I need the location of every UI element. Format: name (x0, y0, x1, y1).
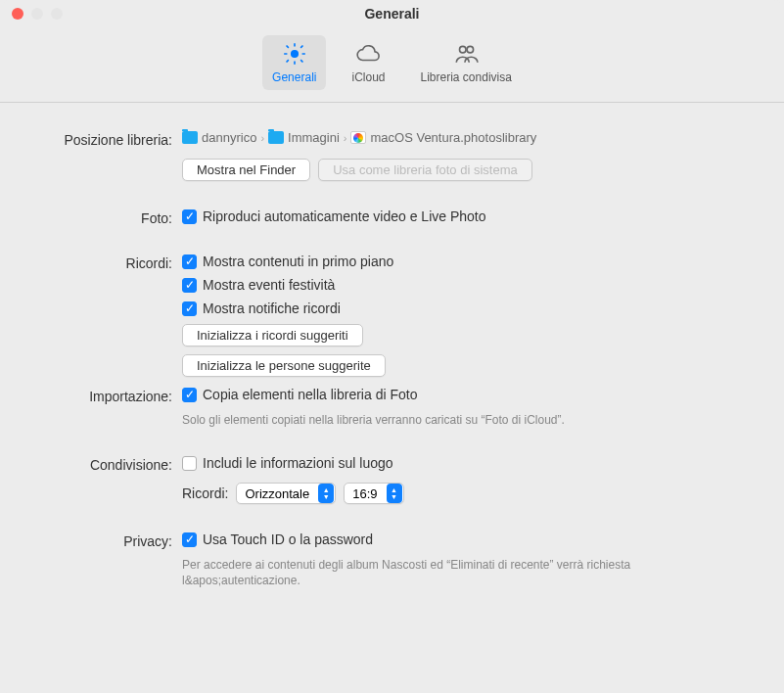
import-row: Importazione: Copia elementi nella libre… (35, 387, 749, 428)
aspect-ratio-select[interactable]: 16:9 ▲▼ (344, 483, 403, 504)
use-touchid-checkbox[interactable] (182, 532, 197, 547)
content-area: Posizione libreria: dannyrico › Immagini… (0, 103, 784, 619)
sharing-label: Condivisione: (35, 455, 182, 473)
svg-point-0 (292, 51, 299, 58)
reset-suggested-people-button[interactable]: Inizializza le persone suggerite (182, 354, 386, 377)
show-featured-label: Mostra contenuti in primo piano (203, 254, 393, 269)
autoplay-label: Riproduci automaticamente video e Live P… (203, 208, 486, 224)
breadcrumb-item-pictures[interactable]: Immagini (268, 130, 340, 145)
toolbar: Generali iCloud Libreria condivisa (0, 27, 784, 103)
photos-label: Foto: (35, 208, 182, 226)
breadcrumb-pictures-label: Immagini (288, 130, 340, 145)
autoplay-checkbox[interactable] (182, 209, 197, 224)
orientation-value: Orizzontale (237, 486, 317, 501)
sharing-row: Condivisione: Includi le informazioni su… (35, 455, 749, 504)
privacy-row: Privacy: Usa Touch ID o la password Per … (35, 531, 749, 588)
library-breadcrumb: dannyrico › Immagini › macOS Ventura.pho… (182, 130, 749, 145)
folder-icon (182, 131, 198, 144)
memories-label: Ricordi: (35, 254, 182, 271)
minimize-window-button[interactable] (31, 8, 43, 20)
memories-format-sublabel: Ricordi: (182, 485, 228, 501)
chevron-right-icon: › (260, 132, 264, 144)
svg-point-2 (467, 46, 474, 53)
svg-point-1 (460, 46, 467, 53)
orientation-select[interactable]: Orizzontale ▲▼ (236, 483, 336, 504)
show-notifications-checkbox[interactable] (182, 301, 197, 316)
show-holidays-checkbox[interactable] (182, 278, 197, 293)
tab-icloud[interactable]: iCloud (342, 35, 394, 90)
tab-shared-label: Libreria condivisa (421, 70, 512, 84)
photos-row: Foto: Riproduci automaticamente video e … (35, 208, 749, 226)
close-window-button[interactable] (12, 8, 23, 20)
tab-general-label: Generali (272, 70, 316, 84)
window-title: Generali (0, 6, 784, 22)
include-location-checkbox[interactable] (182, 456, 197, 471)
copy-items-label: Copia elementi nella libreria di Foto (203, 387, 417, 402)
tab-icloud-label: iCloud (351, 70, 385, 84)
breadcrumb-user-label: dannyrico (202, 130, 256, 145)
import-label: Importazione: (35, 387, 182, 404)
copy-items-checkbox[interactable] (182, 388, 197, 402)
include-location-label: Includi le informazioni sul luogo (203, 455, 393, 471)
breadcrumb-library-label: macOS Ventura.photoslibrary (370, 130, 536, 145)
window-controls (12, 8, 63, 20)
select-arrows-icon: ▲▼ (318, 484, 334, 503)
aspect-value: 16:9 (345, 486, 385, 501)
memories-row: Ricordi: Mostra contenuti in primo piano… (35, 254, 749, 377)
breadcrumb-item-user[interactable]: dannyrico (182, 130, 256, 145)
privacy-helper-text: Per accedere ai contenuti degli album Na… (182, 557, 749, 588)
preferences-window: Generali Generali iCloud Libreria condiv… (0, 0, 784, 693)
titlebar: Generali (0, 0, 784, 27)
privacy-label: Privacy: (35, 531, 182, 549)
cloud-icon (355, 41, 381, 67)
zoom-window-button[interactable] (51, 8, 63, 20)
show-in-finder-button[interactable]: Mostra nel Finder (182, 159, 310, 181)
people-icon (453, 41, 479, 67)
folder-icon (268, 131, 284, 144)
select-arrows-icon: ▲▼ (387, 484, 402, 503)
library-location-row: Posizione libreria: dannyrico › Immagini… (35, 130, 749, 181)
gear-icon (282, 41, 307, 67)
tab-shared-library[interactable]: Libreria condivisa (411, 35, 522, 90)
show-featured-checkbox[interactable] (182, 254, 197, 269)
tab-general[interactable]: Generali (262, 35, 326, 90)
show-holidays-label: Mostra eventi festività (203, 277, 335, 293)
photos-library-icon (350, 131, 366, 144)
use-as-system-library-button: Usa come libreria foto di sistema (318, 159, 532, 181)
chevron-right-icon: › (344, 132, 347, 144)
import-helper-text: Solo gli elementi copiati nella libreria… (182, 412, 749, 428)
reset-suggested-memories-button[interactable]: Inizializza i ricordi suggeriti (182, 324, 363, 346)
breadcrumb-item-library[interactable]: macOS Ventura.photoslibrary (350, 130, 536, 145)
show-notifications-label: Mostra notifiche ricordi (203, 300, 341, 316)
library-location-label: Posizione libreria: (35, 130, 182, 148)
use-touchid-label: Usa Touch ID o la password (203, 531, 373, 547)
